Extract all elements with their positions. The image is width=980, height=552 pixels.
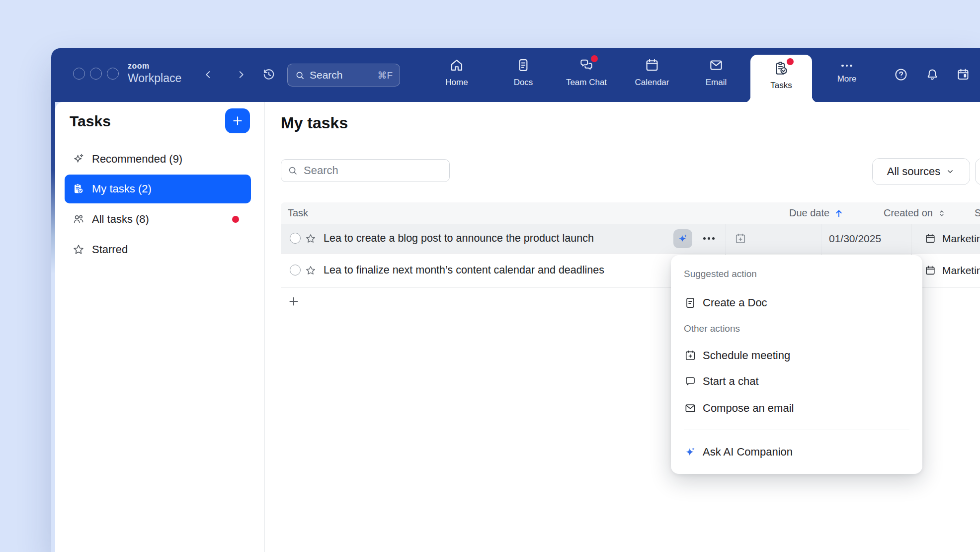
nav-label-email: Email [687, 78, 745, 88]
nav-label-docs: Docs [494, 78, 552, 88]
calendar-date-icon [956, 67, 971, 82]
menu-section-other: Other actions [684, 323, 740, 335]
task-title: Lea to finalize next month’s content cal… [324, 264, 604, 276]
ai-sparkle-icon [677, 233, 689, 245]
task-source: Marketing [924, 265, 980, 276]
zoom-workplace-window: zoom Workplace Search ⌘F [51, 48, 980, 552]
ai-companion-button-active[interactable] [673, 229, 692, 248]
nav-item-calendar[interactable]: Calendar [623, 55, 681, 96]
content-panel: Tasks Recommended (9) [55, 102, 980, 552]
menu-item-ask-ai-companion[interactable]: Ask AI Companion [677, 441, 916, 463]
star-icon[interactable] [305, 233, 317, 245]
add-new-task-button[interactable] [287, 295, 300, 308]
back-button[interactable] [202, 68, 215, 81]
nav-item-more[interactable]: More [818, 55, 876, 96]
nav-label-more: More [818, 74, 876, 84]
column-header-source[interactable]: Source [975, 202, 980, 224]
global-search-placeholder: Search [310, 69, 377, 81]
logo-workplace-text: Workplace [128, 73, 181, 84]
filter-button-clipped[interactable] [975, 158, 980, 185]
chevron-down-icon [945, 167, 955, 177]
notifications-button[interactable] [925, 67, 940, 82]
star-icon[interactable] [305, 265, 317, 276]
star-icon [72, 243, 85, 256]
logo-zoom-text: zoom [128, 62, 181, 70]
nav-label-calendar: Calendar [623, 78, 681, 88]
menu-item-start-chat[interactable]: Start a chat [677, 370, 916, 392]
sort-both-icon [937, 208, 947, 218]
task-title: Lea to create a blog post to announce th… [324, 232, 594, 245]
column-header-created-on[interactable]: Created on [884, 202, 947, 224]
menu-divider [684, 430, 909, 430]
tasks-search-input[interactable] [303, 164, 443, 178]
window-minimize-button[interactable] [90, 68, 102, 80]
sidebar-item-starred[interactable]: Starred [65, 235, 251, 264]
column-header-due-date[interactable]: Due date [789, 202, 844, 224]
chevron-left-icon [203, 69, 214, 80]
plus-icon [231, 114, 244, 127]
search-icon [295, 70, 305, 81]
menu-item-compose-email[interactable]: Compose an email [677, 397, 916, 419]
people-icon [72, 213, 85, 226]
task-source: Marketing [924, 233, 980, 245]
email-icon [708, 57, 724, 73]
nav-item-home[interactable]: Home [428, 55, 486, 96]
task-actions-popup: Suggested action Create a Doc Other acti… [671, 255, 922, 474]
tasks-notification-dot [787, 58, 794, 65]
more-ellipsis-icon [841, 60, 852, 72]
nav-label-tasks: Tasks [750, 81, 812, 91]
sidebar-item-label: All tasks (8) [92, 213, 232, 226]
plus-icon [287, 295, 300, 308]
sources-filter-label: All sources [887, 165, 941, 178]
window-close-button[interactable] [73, 68, 85, 80]
window-left-rail [51, 102, 55, 274]
task-complete-checkbox[interactable] [290, 265, 301, 276]
sidebar-divider [264, 102, 265, 552]
nav-item-email[interactable]: Email [687, 55, 745, 96]
source-label: Marketing [942, 233, 980, 245]
calendar-icon [924, 233, 936, 245]
desktop-background: zoom Workplace Search ⌘F [0, 0, 980, 552]
sidebar-item-my-tasks[interactable]: My tasks (2) [65, 175, 251, 203]
sources-filter-dropdown[interactable]: All sources [872, 158, 970, 185]
sidebar-item-recommended[interactable]: Recommended (9) [65, 145, 251, 174]
menu-item-create-doc[interactable]: Create a Doc [677, 292, 916, 314]
nav-item-team-chat[interactable]: Team Chat [558, 55, 615, 96]
add-task-button[interactable] [225, 108, 250, 133]
table-header: Task Due date Created on Source [281, 202, 980, 224]
calendar-icon [644, 57, 660, 73]
calendar-plus-icon [684, 349, 697, 362]
sidebar-item-all-tasks[interactable]: All tasks (8) [65, 205, 251, 234]
help-button[interactable] [894, 67, 908, 82]
email-icon [684, 402, 697, 415]
global-search-field[interactable]: Search ⌘F [287, 64, 400, 87]
nav-label-team-chat: Team Chat [558, 78, 615, 88]
help-icon [894, 67, 908, 82]
nav-label-home: Home [428, 78, 486, 88]
window-zoom-button[interactable] [107, 68, 119, 80]
page-title: My tasks [281, 114, 348, 132]
menu-item-schedule-meeting[interactable]: Schedule meeting [677, 345, 916, 367]
chevron-right-icon [236, 69, 246, 80]
home-icon [449, 57, 465, 73]
nav-item-tasks-active[interactable]: Tasks [750, 55, 812, 102]
nav-item-docs[interactable]: Docs [494, 55, 552, 96]
task-complete-checkbox[interactable] [290, 233, 301, 244]
row-more-actions-button[interactable] [703, 237, 715, 240]
add-due-date-icon[interactable] [734, 232, 747, 245]
forward-button[interactable] [235, 68, 247, 81]
table-row[interactable]: Lea to create a blog post to announce th… [281, 224, 980, 254]
column-header-task[interactable]: Task [288, 202, 308, 224]
sidebar-item-label: Starred [92, 243, 251, 256]
search-shortcut-hint: ⌘F [377, 70, 393, 81]
tasks-icon [773, 60, 790, 77]
created-on-date: 01/30/2025 [829, 232, 881, 244]
doc-icon [684, 296, 697, 309]
ai-sparkle-icon [684, 446, 697, 459]
search-icon [287, 165, 298, 176]
history-button[interactable] [261, 67, 276, 82]
tasks-search-field[interactable] [281, 159, 450, 182]
sparkle-icon [72, 153, 85, 166]
history-icon [261, 67, 276, 82]
date-calendar-button[interactable] [956, 67, 971, 82]
